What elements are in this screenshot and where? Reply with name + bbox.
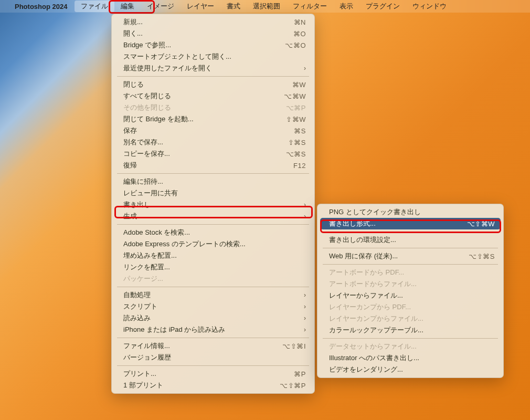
menu-item-label: 書き出し xyxy=(123,200,291,209)
menu-item-label: 閉じて Bridge を起動... xyxy=(123,114,273,124)
menubar-item-表示[interactable]: 表示 xyxy=(333,1,359,12)
menu-item[interactable]: 閉じる⌘W xyxy=(112,79,314,90)
menu-item[interactable]: 書き出しの環境設定... xyxy=(317,234,503,246)
menu-item[interactable]: 書き出し› xyxy=(112,199,314,211)
menu-item[interactable]: プリント...⌘P xyxy=(112,368,314,380)
menu-item[interactable]: 埋め込みを配置... xyxy=(112,250,314,261)
menu-item: アートボードから PDF... xyxy=(317,267,503,278)
menu-item[interactable]: 最近使用したファイルを開く› xyxy=(112,62,314,74)
menu-item-label: その他を閉じる xyxy=(123,103,273,112)
menu-item-label: 埋め込みを配置... xyxy=(123,251,306,260)
menu-separator xyxy=(117,173,309,174)
menu-item[interactable]: スクリプト› xyxy=(112,301,314,312)
menu-item[interactable]: 生成› xyxy=(112,211,314,222)
menu-item[interactable]: Illustrator へのパス書き出し... xyxy=(317,352,503,364)
menu-item[interactable]: カラールックアップテーブル... xyxy=(317,324,503,336)
menu-item-label: スクリプト xyxy=(123,302,291,311)
menubar-item-ファイル[interactable]: ファイル xyxy=(75,1,114,12)
menu-item[interactable]: 1 部プリント⌥⇧⌘P xyxy=(112,380,314,391)
menu-item[interactable]: 別名で保存...⇧⌘S xyxy=(112,136,314,148)
menu-item-shortcut: ⌥⌘O xyxy=(285,41,306,49)
menu-item-label: 書き出しの環境設定... xyxy=(329,235,495,245)
menu-item[interactable]: リンクを配置... xyxy=(112,261,314,273)
menu-item[interactable]: PNG としてクイック書き出し xyxy=(317,206,503,218)
app-name[interactable]: Photoshop 2024 xyxy=(15,3,67,10)
menu-item-label: アートボードからファイル... xyxy=(329,279,495,289)
menu-item-label: パッケージ... xyxy=(123,274,306,284)
menu-item-label: リンクを配置... xyxy=(123,262,306,272)
menu-separator xyxy=(323,264,498,265)
menu-item[interactable]: レビュー用に共有 xyxy=(112,187,314,199)
menu-item[interactable]: Bridge で参照...⌥⌘O xyxy=(112,39,314,51)
menubar-item-ウィンドウ[interactable]: ウィンドウ xyxy=(406,1,453,12)
menu-item[interactable]: 新規...⌘N xyxy=(112,16,314,28)
menu-item-label: iPhone または iPad から読み込み xyxy=(123,325,291,334)
menu-item-shortcut: ⌥⇧⌘S xyxy=(469,253,495,260)
menu-item[interactable]: 保存⌘S xyxy=(112,125,314,136)
export-submenu-dropdown: PNG としてクイック書き出し書き出し形式...⌥⇧⌘W書き出しの環境設定...… xyxy=(317,204,504,378)
menubar-item-フィルター[interactable]: フィルター xyxy=(287,1,333,12)
menu-item[interactable]: すべてを閉じる⌥⌘W xyxy=(112,90,314,102)
menu-item[interactable]: バージョン履歴 xyxy=(112,352,314,363)
menu-item-label: 復帰 xyxy=(123,161,281,170)
menu-separator xyxy=(117,338,309,338)
menu-item-label: ビデオをレンダリング... xyxy=(329,365,495,374)
menu-item[interactable]: Web 用に保存 (従来)...⌥⇧⌘S xyxy=(317,250,503,262)
menu-separator xyxy=(323,338,498,339)
menu-item-shortcut: ⌥⇧⌘W xyxy=(467,220,495,228)
menu-item-label: 開く... xyxy=(123,29,281,38)
menu-item-label: 読み込み xyxy=(123,313,291,323)
menu-item[interactable]: ファイル情報...⌥⇧⌘I xyxy=(112,340,314,352)
menu-item-label: Adobe Express のテンプレートの検索... xyxy=(123,239,306,249)
chevron-right-icon: › xyxy=(304,291,306,299)
menu-item-shortcut: ⌘W xyxy=(292,81,306,89)
menu-item[interactable]: コピーを保存...⌥⌘S xyxy=(112,148,314,160)
menu-item-label: レイヤーからファイル... xyxy=(329,291,495,300)
menu-item-label: 自動処理 xyxy=(123,290,291,300)
menu-item-label: 書き出し形式... xyxy=(329,219,454,228)
menu-item-label: 生成 xyxy=(123,212,291,221)
menu-item[interactable]: 書き出し形式...⌥⇧⌘W xyxy=(320,218,501,229)
menu-item-label: 最近使用したファイルを開く xyxy=(123,64,291,73)
menu-item-label: データセットからファイル... xyxy=(329,342,495,351)
menubar-item-レイヤー[interactable]: レイヤー xyxy=(181,1,220,12)
menu-item[interactable]: Adobe Express のテンプレートの検索... xyxy=(112,238,314,250)
menu-item-shortcut: ⌘S xyxy=(294,127,306,135)
menu-separator xyxy=(323,248,498,248)
menu-separator xyxy=(117,76,309,77)
menu-item-label: 編集に招待... xyxy=(123,177,306,186)
menu-item[interactable]: ビデオをレンダリング... xyxy=(317,364,503,375)
chevron-right-icon: › xyxy=(304,201,306,208)
menu-item-shortcut: ⌘P xyxy=(294,370,306,378)
menu-item-label: 1 部プリント xyxy=(123,381,267,390)
menu-item-label: レイヤーカンプからファイル... xyxy=(329,314,495,323)
menubar-item-イメージ[interactable]: イメージ xyxy=(141,1,181,12)
menu-item[interactable]: 閉じて Bridge を起動...⇧⌘W xyxy=(112,113,314,125)
menu-item-shortcut: ⌥⇧⌘I xyxy=(282,342,306,350)
menu-item[interactable]: 自動処理› xyxy=(112,289,314,301)
menu-separator xyxy=(117,365,309,366)
menu-item-shortcut: ⌥⌘P xyxy=(286,104,306,112)
menu-item-label: 保存 xyxy=(123,126,281,135)
menu-item[interactable]: レイヤーからファイル... xyxy=(317,290,503,301)
menu-item-label: カラールックアップテーブル... xyxy=(329,326,495,335)
menu-item-label: 別名で保存... xyxy=(123,138,275,147)
menubar-item-選択範囲[interactable]: 選択範囲 xyxy=(247,1,287,12)
menu-item[interactable]: スマートオブジェクトとして開く... xyxy=(112,51,314,62)
chevron-right-icon: › xyxy=(304,213,306,220)
menu-item-label: Illustrator へのパス書き出し... xyxy=(329,353,495,363)
menu-item[interactable]: 読み込み› xyxy=(112,312,314,324)
menu-item-label: 閉じる xyxy=(123,80,280,89)
menu-item[interactable]: iPhone または iPad から読み込み› xyxy=(112,324,314,335)
menu-item[interactable]: Adobe Stock を検索... xyxy=(112,227,314,238)
menu-item[interactable]: 開く...⌘O xyxy=(112,28,314,39)
menubar-item-書式[interactable]: 書式 xyxy=(220,1,247,12)
menu-item-label: プリント... xyxy=(123,369,281,379)
menu-item-label: Adobe Stock を検索... xyxy=(123,228,306,237)
menu-item[interactable]: 編集に招待... xyxy=(112,176,314,187)
menubar-item-編集[interactable]: 編集 xyxy=(114,1,141,12)
menubar-item-プラグイン[interactable]: プラグイン xyxy=(359,1,406,12)
menu-item[interactable]: 復帰F12 xyxy=(112,160,314,171)
menu-item: パッケージ... xyxy=(112,273,314,285)
menu-item: レイヤーカンプから PDF... xyxy=(317,301,503,313)
